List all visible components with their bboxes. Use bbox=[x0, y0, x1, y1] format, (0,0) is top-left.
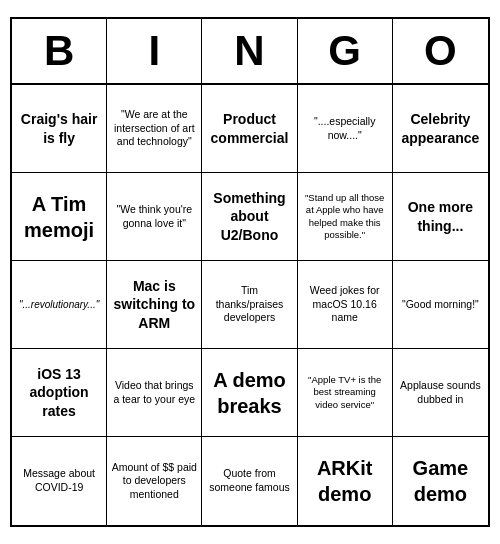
bingo-cell-1[interactable]: "We are at the intersection of art and t… bbox=[107, 85, 202, 173]
bingo-cell-10[interactable]: "...revolutionary..." bbox=[12, 261, 107, 349]
bingo-cell-9[interactable]: One more thing... bbox=[393, 173, 488, 261]
bingo-cell-17[interactable]: A demo breaks bbox=[202, 349, 297, 437]
bingo-cell-5[interactable]: A Tim memoji bbox=[12, 173, 107, 261]
bingo-cell-7[interactable]: Something about U2/Bono bbox=[202, 173, 297, 261]
bingo-cell-22[interactable]: Quote from someone famous bbox=[202, 437, 297, 525]
bingo-cell-3[interactable]: "....especially now...." bbox=[298, 85, 393, 173]
bingo-cell-16[interactable]: Video that brings a tear to your eye bbox=[107, 349, 202, 437]
bingo-cell-21[interactable]: Amount of $$ paid to developers mentione… bbox=[107, 437, 202, 525]
bingo-letter-o: O bbox=[393, 19, 488, 83]
bingo-cell-20[interactable]: Message about COVID-19 bbox=[12, 437, 107, 525]
bingo-cell-12[interactable]: Tim thanks/praises developers bbox=[202, 261, 297, 349]
bingo-cell-15[interactable]: iOS 13 adoption rates bbox=[12, 349, 107, 437]
bingo-cell-11[interactable]: Mac is switching to ARM bbox=[107, 261, 202, 349]
bingo-cell-13[interactable]: Weed jokes for macOS 10.16 name bbox=[298, 261, 393, 349]
bingo-letter-i: I bbox=[107, 19, 202, 83]
bingo-cell-2[interactable]: Product commercial bbox=[202, 85, 297, 173]
bingo-cell-6[interactable]: "We think you're gonna love it" bbox=[107, 173, 202, 261]
bingo-letter-b: B bbox=[12, 19, 107, 83]
bingo-card: BINGO Craig's hair is fly"We are at the … bbox=[10, 17, 490, 527]
bingo-grid: Craig's hair is fly"We are at the inters… bbox=[12, 85, 488, 525]
bingo-cell-14[interactable]: "Good morning!" bbox=[393, 261, 488, 349]
bingo-cell-24[interactable]: Game demo bbox=[393, 437, 488, 525]
bingo-cell-0[interactable]: Craig's hair is fly bbox=[12, 85, 107, 173]
bingo-cell-18[interactable]: "Apple TV+ is the best streaming video s… bbox=[298, 349, 393, 437]
bingo-cell-19[interactable]: Applause sounds dubbed in bbox=[393, 349, 488, 437]
bingo-cell-4[interactable]: Celebrity appearance bbox=[393, 85, 488, 173]
bingo-letter-g: G bbox=[298, 19, 393, 83]
bingo-cell-23[interactable]: ARKit demo bbox=[298, 437, 393, 525]
bingo-letter-n: N bbox=[202, 19, 297, 83]
bingo-header: BINGO bbox=[12, 19, 488, 85]
bingo-cell-8[interactable]: "Stand up all those at Apple who have he… bbox=[298, 173, 393, 261]
